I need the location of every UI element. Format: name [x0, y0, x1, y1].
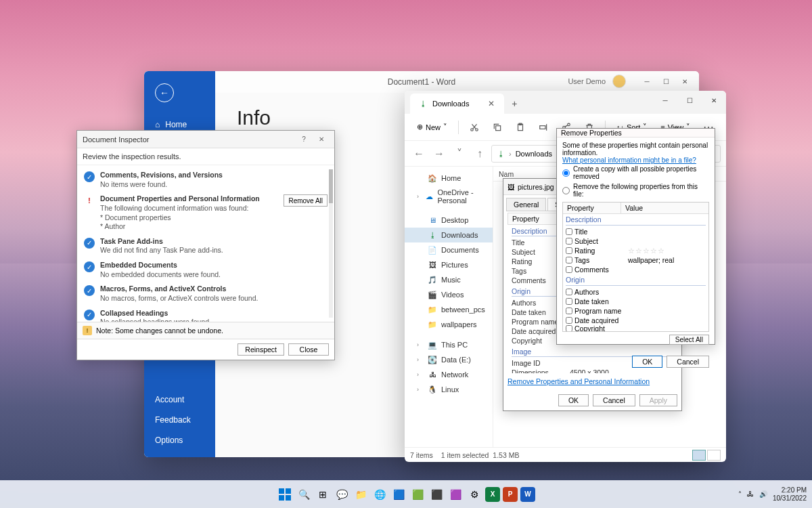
checkbox[interactable] [566, 238, 572, 245]
radio-input[interactable] [562, 169, 570, 177]
back-button[interactable] [155, 83, 174, 102]
close-button[interactable]: ✕ [676, 74, 694, 89]
dialog-titlebar[interactable]: Document Inspector ? ✕ [77, 131, 334, 148]
reinspect-button[interactable]: Reinspect [238, 343, 284, 356]
list-item[interactable]: Subject [563, 236, 708, 246]
recent-button[interactable]: ˅ [451, 145, 468, 163]
sidebar-item-videos[interactable]: 🎬Videos [405, 287, 493, 302]
remove-properties-link[interactable]: Remove Properties and Personal Informati… [503, 373, 681, 389]
avatar[interactable] [612, 75, 626, 88]
checkbox[interactable] [566, 266, 572, 273]
scrollbar-thumb[interactable] [329, 169, 333, 203]
ok-button[interactable]: OK [558, 394, 589, 406]
system-tray[interactable]: ˄ 🖧 🔊 2:20 PM 10/31/2022 [738, 486, 807, 503]
checkbox[interactable] [566, 298, 572, 305]
list-item[interactable]: Title [563, 227, 708, 236]
sidebar-item-network[interactable]: ›🖧Network [405, 367, 493, 382]
tray-chevron-icon[interactable]: ˄ [738, 490, 742, 498]
remove-all-button[interactable]: Remove All [284, 194, 328, 207]
list-item[interactable]: Date acquired [563, 316, 708, 325]
paste-button[interactable] [510, 118, 531, 137]
tab-close-button[interactable]: ✕ [488, 99, 495, 108]
maximize-button[interactable]: ☐ [677, 91, 702, 110]
sidebar-item-drive[interactable]: ›💽Data (E:) [405, 352, 493, 367]
up-button[interactable]: ↑ [471, 145, 489, 163]
nav-options[interactable]: Options [144, 430, 215, 450]
back-button[interactable]: ← [410, 145, 428, 163]
column-value[interactable]: Value [621, 203, 647, 213]
radio-input[interactable] [562, 187, 570, 194]
nav-account[interactable]: Account [144, 389, 215, 410]
search-icon[interactable]: 🔍 [296, 486, 312, 503]
apply-button[interactable]: Apply [639, 394, 677, 406]
scrollbar[interactable] [329, 169, 333, 318]
forward-button[interactable]: → [430, 145, 448, 163]
new-button[interactable]: ⊕ New ˅ [411, 120, 453, 134]
checkbox[interactable] [566, 289, 572, 295]
sidebar-item-onedrive[interactable]: ›☁OneDrive - Personal [405, 186, 493, 207]
minimize-button[interactable]: ─ [638, 74, 656, 89]
checkbox[interactable] [566, 247, 572, 254]
sidebar-item-linux[interactable]: ›🐧Linux [405, 382, 493, 397]
sidebar-item-music[interactable]: 🎵Music [405, 272, 493, 287]
cancel-button[interactable]: Cancel [593, 394, 635, 406]
clock[interactable]: 2:20 PM 10/31/2022 [773, 486, 807, 503]
new-tab-button[interactable]: + [504, 93, 524, 114]
list-item[interactable]: Tagswallpaper; real [563, 255, 708, 265]
powerpoint-icon[interactable]: P [503, 487, 518, 502]
task-view-icon[interactable]: ⊞ [315, 486, 331, 503]
list-item[interactable]: Copyright [563, 325, 708, 331]
sidebar-item-pictures[interactable]: 🖼Pictures [405, 257, 493, 272]
column-property[interactable]: Property [563, 203, 621, 213]
sidebar-item-documents[interactable]: 📄Documents [405, 242, 493, 257]
app-icon[interactable]: 🟦 [390, 486, 407, 503]
excel-icon[interactable]: X [485, 487, 500, 502]
rename-button[interactable] [533, 118, 554, 137]
checkbox[interactable] [566, 308, 572, 314]
tab-downloads[interactable]: ⭳ Downloads ✕ [410, 93, 504, 114]
checkbox[interactable] [566, 228, 572, 235]
list-item[interactable]: Program name [563, 306, 708, 316]
tab-general[interactable]: General [506, 198, 546, 211]
copy-button[interactable] [487, 118, 508, 137]
maximize-button[interactable]: ☐ [657, 74, 675, 89]
sidebar-item-this-pc[interactable]: ›💻This PC [405, 337, 493, 352]
tray-network-icon[interactable]: 🖧 [747, 490, 754, 498]
radio-remove-selected[interactable]: Remove the following properties from thi… [562, 182, 709, 199]
radio-create-copy[interactable]: Create a copy with all possible properti… [562, 164, 709, 182]
cancel-button[interactable]: Cancel [667, 356, 709, 368]
select-all-button[interactable]: Select All [669, 335, 709, 345]
list-item[interactable]: Authors [563, 287, 708, 297]
ok-button[interactable]: OK [632, 356, 662, 368]
explorer-icon[interactable]: 📁 [353, 486, 369, 503]
word-titlebar[interactable]: Document1 - Word User Demo ─ ☐ ✕ [144, 71, 699, 93]
sidebar-item-folder[interactable]: 📁between_pcs [405, 302, 493, 317]
sidebar-item-desktop[interactable]: 🖥Desktop [405, 213, 493, 228]
close-button[interactable]: ✕ [702, 91, 726, 110]
sidebar-item-home[interactable]: 🏠Home [405, 171, 493, 186]
close-button[interactable]: Close [288, 343, 329, 356]
checkbox[interactable] [566, 257, 572, 263]
list-item[interactable]: Comments [563, 265, 708, 274]
list-item[interactable]: Rating☆☆☆☆☆ [563, 246, 708, 255]
start-button[interactable] [277, 486, 293, 503]
checkbox[interactable] [566, 317, 572, 324]
info-link[interactable]: What personal information might be in a … [562, 156, 709, 164]
app-icon[interactable]: 🟩 [409, 486, 426, 503]
minimize-button[interactable]: ─ [653, 91, 677, 110]
app-icon[interactable]: 🟪 [447, 486, 464, 503]
app-icon[interactable]: ⚙ [466, 486, 482, 503]
chat-icon[interactable]: 💬 [334, 486, 350, 503]
list-item[interactable]: Date taken [563, 297, 708, 306]
checkbox[interactable] [566, 325, 572, 331]
sidebar-item-downloads[interactable]: ⭳Downloads [405, 228, 493, 242]
taskbar[interactable]: 🔍 ⊞ 💬 📁 🌐 🟦 🟩 ⬛ 🟪 ⚙ X P W ˄ 🖧 🔊 2:20 PM … [0, 480, 812, 508]
dialog-titlebar[interactable]: Remove Properties [557, 129, 715, 137]
edge-icon[interactable]: 🌐 [371, 486, 388, 503]
details-view-button[interactable] [692, 450, 706, 461]
word-icon[interactable]: W [520, 487, 535, 502]
nav-feedback[interactable]: Feedback [144, 410, 215, 430]
terminal-icon[interactable]: ⬛ [428, 486, 445, 503]
close-button[interactable]: ✕ [314, 133, 329, 146]
sidebar-item-folder[interactable]: 📁wallpapers [405, 317, 493, 332]
